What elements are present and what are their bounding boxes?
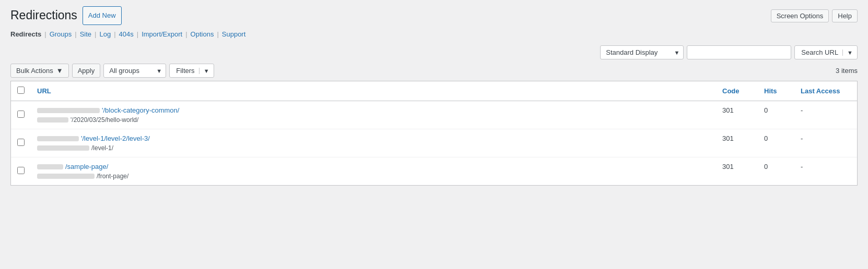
redirections-table-container: URL Code Hits Last Access: [10, 81, 858, 186]
nav-sep-4: |: [114, 30, 115, 38]
url-source-link-3[interactable]: /sample-page/: [65, 163, 108, 170]
toolbar-row: Bulk Actions ▼ Apply All groups ▼ Filter…: [10, 64, 858, 78]
url-dest-2: /level-1/: [37, 144, 710, 152]
nav-site[interactable]: Site: [80, 30, 91, 38]
hits-value-1: 0: [764, 106, 768, 114]
row-checkbox-cell-2: [11, 129, 31, 157]
url-source-2: '/level-1/level-2/level-3/: [37, 134, 710, 142]
hits-value-3: 0: [764, 163, 768, 170]
items-count-number: 3: [836, 67, 839, 75]
access-cell-1: -: [794, 101, 857, 129]
url-source-prefix-1: [37, 108, 100, 113]
search-url-button[interactable]: Search URL ▼: [794, 45, 858, 59]
help-button[interactable]: Help: [832, 9, 858, 22]
display-select[interactable]: Standard Display Full Details Simple Dis…: [600, 45, 684, 59]
add-new-button[interactable]: Add New: [83, 6, 122, 25]
row-checkbox-3[interactable]: [17, 167, 25, 174]
toolbar-left: Bulk Actions ▼ Apply All groups ▼ Filter…: [10, 64, 214, 78]
nav-options[interactable]: Options: [191, 30, 214, 38]
access-value-1: -: [801, 106, 803, 114]
bulk-actions-label: Bulk Actions: [16, 67, 53, 75]
code-value-2: 301: [722, 134, 734, 142]
nav-sep-2: |: [75, 30, 76, 38]
access-cell-3: -: [794, 157, 857, 186]
header-code[interactable]: Code: [716, 81, 758, 101]
access-cell-2: -: [794, 129, 857, 157]
hits-cell-2: 0: [758, 129, 794, 157]
header-hits[interactable]: Hits: [758, 81, 794, 101]
bulk-actions-arrow-icon: ▼: [56, 67, 63, 75]
row-checkbox-1[interactable]: [17, 111, 25, 118]
nav-sep-1: |: [44, 30, 46, 38]
url-dest-prefix-1: [37, 117, 68, 123]
nav-sep-7: |: [217, 30, 218, 38]
nav-support[interactable]: Support: [222, 30, 246, 38]
url-cell-content-1: '/block-category-common/ '/2020/03/25/he…: [37, 106, 710, 124]
search-url-label: Search URL: [801, 48, 838, 56]
header-checkbox-col: [11, 81, 31, 101]
code-cell-2: 301: [716, 129, 758, 157]
display-select-wrapper: Standard Display Full Details Simple Dis…: [600, 45, 684, 59]
page-title: Redirections: [10, 8, 77, 23]
url-cell-content-3: /sample-page/ /front-page/: [37, 163, 710, 180]
filters-button[interactable]: Filters ▼: [169, 64, 214, 78]
header-url[interactable]: URL: [31, 81, 716, 101]
nav-groups[interactable]: Groups: [50, 30, 72, 38]
url-cell-3: /sample-page/ /front-page/: [31, 157, 716, 186]
url-dest-text-1: '/2020/03/25/hello-world/: [71, 116, 138, 124]
nav-import-export[interactable]: Import/Export: [142, 30, 182, 38]
code-cell-1: 301: [716, 101, 758, 129]
table-row: '/block-category-common/ '/2020/03/25/he…: [11, 101, 857, 129]
redirections-table: URL Code Hits Last Access: [11, 81, 857, 185]
toolbar-right: 3 items: [836, 67, 858, 75]
url-source-3: /sample-page/: [37, 163, 710, 170]
url-dest-text-2: /level-1/: [91, 144, 113, 152]
code-value-3: 301: [722, 163, 734, 170]
nav-redirects[interactable]: Redirects: [10, 30, 41, 38]
access-value-3: -: [801, 163, 803, 170]
nav-sep-3: |: [95, 30, 96, 38]
nav-404s[interactable]: 404s: [119, 30, 134, 38]
groups-select-wrapper: All groups ▼: [103, 64, 166, 78]
apply-button[interactable]: Apply: [72, 64, 101, 78]
table-row: /sample-page/ /front-page/ 301 0: [11, 157, 857, 186]
url-cell-content-2: '/level-1/level-2/level-3/ /level-1/: [37, 134, 710, 152]
nav-sep-6: |: [185, 30, 187, 38]
filters-label: Filters: [176, 67, 194, 75]
url-source-1: '/block-category-common/: [37, 106, 710, 114]
url-source-link-2[interactable]: '/level-1/level-2/level-3/: [81, 134, 150, 142]
url-dest-3: /front-page/: [37, 173, 710, 180]
all-groups-select[interactable]: All groups: [103, 64, 166, 78]
bulk-actions-button[interactable]: Bulk Actions ▼: [10, 64, 69, 78]
code-value-1: 301: [722, 106, 734, 114]
url-cell-2: '/level-1/level-2/level-3/ /level-1/: [31, 129, 716, 157]
nav-log[interactable]: Log: [99, 30, 111, 38]
url-cell-1: '/block-category-common/ '/2020/03/25/he…: [31, 101, 716, 129]
select-all-checkbox[interactable]: [17, 87, 25, 94]
url-dest-text-3: /front-page/: [97, 173, 128, 180]
search-display-area: Standard Display Full Details Simple Dis…: [10, 45, 858, 59]
hits-cell-3: 0: [758, 157, 794, 186]
hits-value-2: 0: [764, 134, 768, 142]
hits-cell-1: 0: [758, 101, 794, 129]
url-source-prefix-2: [37, 136, 79, 141]
search-url-arrow-icon: ▼: [842, 50, 853, 56]
nav-links: Redirects | Groups | Site | Log | 404s |…: [10, 30, 858, 38]
row-checkbox-cell-3: [11, 157, 31, 186]
url-dest-1: '/2020/03/25/hello-world/: [37, 116, 710, 124]
filters-arrow-icon: ▼: [199, 68, 209, 74]
screen-options-button[interactable]: Screen Options: [771, 9, 829, 22]
items-count: 3 items: [836, 67, 858, 75]
search-url-input[interactable]: [687, 45, 791, 59]
row-checkbox-cell-1: [11, 101, 31, 129]
header-access[interactable]: Last Access: [794, 81, 857, 101]
row-checkbox-2[interactable]: [17, 139, 25, 146]
code-cell-3: 301: [716, 157, 758, 186]
nav-sep-5: |: [137, 30, 138, 38]
url-source-prefix-3: [37, 164, 63, 169]
url-dest-prefix-2: [37, 145, 89, 151]
url-source-link-1[interactable]: '/block-category-common/: [102, 106, 179, 114]
access-value-2: -: [801, 134, 803, 142]
table-header-row: URL Code Hits Last Access: [11, 81, 857, 101]
table-row: '/level-1/level-2/level-3/ /level-1/ 301: [11, 129, 857, 157]
